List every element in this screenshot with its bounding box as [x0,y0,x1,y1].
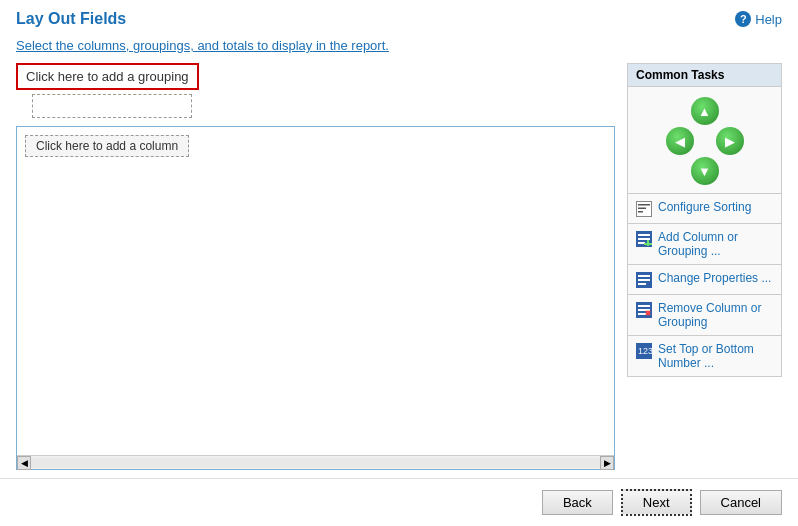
help-icon: ? [735,11,751,27]
left-panel: Click here to add a grouping Click here … [16,63,615,470]
scroll-left-arrow[interactable]: ◀ [17,456,31,470]
desc-text-before: Select the columns, groupings, and total… [16,38,272,53]
task-configure-sorting[interactable]: Configure Sorting [628,194,781,224]
back-button[interactable]: Back [542,490,613,515]
main-content: Click here to add a grouping Click here … [0,63,798,470]
svg-rect-0 [638,204,650,206]
task-change-properties[interactable]: Change Properties ... [628,265,781,295]
cancel-button[interactable]: Cancel [700,490,782,515]
svg-text:3: 3 [648,346,652,356]
svg-rect-10 [638,275,650,277]
description: Select the columns, groupings, and total… [0,34,798,63]
task-remove-column-label: Remove Column or Grouping [658,301,773,329]
column-area-inner: Click here to add a column [17,127,614,455]
scrollbar-track[interactable] [31,458,600,468]
nav-right-arrow[interactable]: ▶ [716,127,744,155]
svg-rect-1 [638,208,646,210]
svg-rect-2 [638,211,643,213]
scroll-right-arrow[interactable]: ▶ [600,456,614,470]
next-button[interactable]: Next [621,489,692,516]
svg-rect-5 [638,238,650,240]
arrow-navigation: ▲ ◀ ▶ ▼ [628,87,781,194]
task-change-properties-label: Change Properties ... [658,271,771,285]
arrow-row-top: ▲ [691,97,719,125]
column-scrollbar: ◀ ▶ [17,455,614,469]
page-title: Lay Out Fields [16,10,126,28]
svg-rect-15 [638,309,650,311]
svg-rect-11 [638,279,650,281]
desc-link[interactable]: display [272,38,312,53]
nav-down-arrow[interactable]: ▼ [691,157,719,185]
task-add-column-label: Add Column or Grouping ... [658,230,773,258]
arrow-row-bottom: ▼ [691,157,719,185]
help-label: Help [755,12,782,27]
svg-rect-8 [644,243,652,245]
task-add-column[interactable]: Add Column or Grouping ... [628,224,781,265]
column-area: Click here to add a column ◀ ▶ [16,126,615,470]
svg-rect-16 [638,313,646,315]
task-configure-sorting-label: Configure Sorting [658,200,751,214]
svg-rect-4 [638,234,650,236]
nav-up-arrow[interactable]: ▲ [691,97,719,125]
set-top-bottom-icon: 1 2 3 [636,343,652,359]
remove-column-icon [636,302,652,318]
arrow-row-middle: ◀ ▶ [666,127,744,155]
grouping-placeholder [32,94,192,118]
help-link[interactable]: ? Help [735,11,782,27]
svg-rect-12 [638,283,646,285]
change-properties-icon [636,272,652,288]
footer: Back Next Cancel [0,478,798,526]
add-column-icon [636,231,652,247]
desc-text-after: in the report. [312,38,389,53]
svg-rect-14 [638,305,650,307]
common-tasks-title: Common Tasks [628,64,781,87]
svg-rect-6 [638,242,645,244]
nav-left-arrow[interactable]: ◀ [666,127,694,155]
add-column-button[interactable]: Click here to add a column [25,135,189,157]
task-set-top-bottom-label: Set Top or Bottom Number ... [658,342,773,370]
sort-icon [636,201,652,217]
right-panel: Common Tasks ▲ ◀ ▶ ▼ [627,63,782,470]
grouping-area: Click here to add a grouping [16,63,615,122]
common-tasks-box: Common Tasks ▲ ◀ ▶ ▼ [627,63,782,377]
task-set-top-bottom[interactable]: 1 2 3 Set Top or Bottom Number ... [628,336,781,376]
task-remove-column[interactable]: Remove Column or Grouping [628,295,781,336]
add-grouping-button[interactable]: Click here to add a grouping [16,63,199,90]
header: Lay Out Fields ? Help [0,0,798,34]
